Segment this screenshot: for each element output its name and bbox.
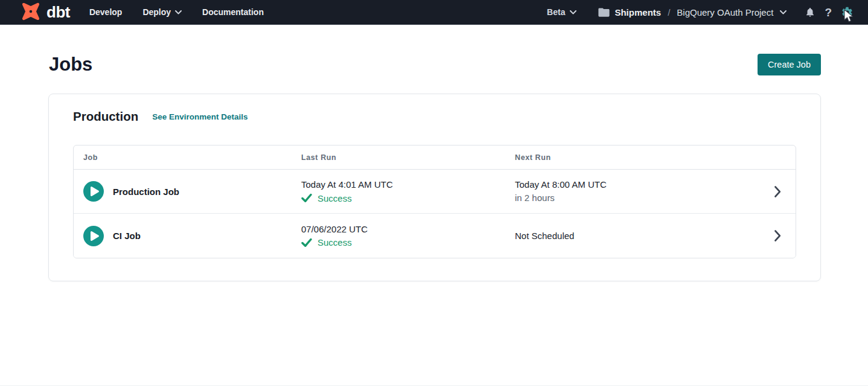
nav-icon-buttons: ?: [805, 6, 854, 19]
nav-links: Develop Deploy Documentation: [89, 7, 264, 17]
next-run-note: in 2 hours: [515, 192, 759, 204]
next-run-time: Today At 8:00 AM UTC: [515, 179, 759, 191]
bell-icon[interactable]: [805, 6, 815, 18]
nav-item-deploy[interactable]: Deploy: [142, 7, 182, 17]
environment-name: Production: [73, 109, 138, 124]
column-header-next-run: Next Run: [515, 153, 759, 162]
table-row[interactable]: Production Job Today At 4:01 AM UTC Succ…: [74, 170, 796, 214]
status-badge: Success: [318, 237, 352, 248]
jobs-table-header: Job Last Run Next Run: [74, 145, 796, 170]
dbt-logo[interactable]: dbt: [18, 0, 70, 25]
next-run-time: Not Scheduled: [515, 230, 759, 242]
nav-item-develop[interactable]: Develop: [89, 7, 122, 17]
job-name: Production Job: [113, 187, 179, 197]
project-breadcrumb[interactable]: Shipments / BigQuery OAuth Project: [598, 7, 787, 18]
beta-label: Beta: [547, 7, 565, 17]
job-cell: CI Job: [74, 226, 301, 246]
dbt-logo-icon: [18, 0, 43, 25]
status-line: Success: [301, 192, 515, 204]
nav-item-label: Documentation: [202, 7, 264, 17]
status-badge: Success: [318, 193, 352, 203]
chevron-right-icon[interactable]: [759, 186, 796, 197]
next-run-cell: Not Scheduled: [515, 230, 759, 242]
column-header-last-run: Last Run: [301, 153, 515, 162]
chevron-right-icon[interactable]: [759, 230, 796, 241]
folder-icon: [598, 7, 610, 18]
check-icon: [301, 238, 312, 248]
status-line: Success: [301, 237, 515, 249]
nav-item-label: Develop: [89, 7, 122, 17]
beta-dropdown[interactable]: Beta: [547, 7, 576, 17]
help-icon[interactable]: ?: [825, 7, 832, 18]
next-run-cell: Today At 8:00 AM UTC in 2 hours: [515, 179, 759, 204]
table-row[interactable]: CI Job 07/06/2022 UTC Success Not Schedu…: [74, 214, 796, 258]
column-header-job: Job: [74, 153, 301, 162]
account-name: Shipments: [614, 7, 661, 18]
page-title: Jobs: [49, 54, 92, 75]
chevron-down-icon: [175, 10, 182, 14]
breadcrumb-separator: /: [666, 7, 672, 18]
bottom-divider: [0, 385, 868, 386]
last-run-cell: 07/06/2022 UTC Success: [301, 223, 515, 249]
nav-item-documentation[interactable]: Documentation: [202, 7, 264, 17]
nav-item-label: Deploy: [142, 7, 171, 17]
play-icon[interactable]: [83, 226, 104, 246]
project-name: BigQuery OAuth Project: [677, 7, 773, 18]
play-icon[interactable]: [83, 181, 104, 202]
nav-right: Beta Shipments / BigQuery OAuth Project …: [547, 6, 854, 19]
job-cell: Production Job: [74, 181, 301, 202]
last-run-time: Today At 4:01 AM UTC: [301, 179, 515, 191]
brand-wordmark: dbt: [46, 4, 70, 20]
chevron-down-icon: [780, 10, 787, 14]
gear-icon[interactable]: [841, 6, 854, 19]
environment-card-header: Production See Environment Details: [73, 109, 796, 124]
last-run-time: 07/06/2022 UTC: [301, 223, 515, 235]
create-job-button[interactable]: Create Job: [758, 54, 821, 75]
top-nav: dbt Develop Deploy Documentation Beta Sh…: [0, 0, 868, 25]
see-environment-details-link[interactable]: See Environment Details: [152, 112, 247, 121]
chevron-down-icon: [570, 10, 576, 14]
environment-card: Production See Environment Details Job L…: [48, 94, 821, 281]
job-name: CI Job: [113, 231, 141, 241]
page-header: Jobs Create Job: [0, 25, 868, 75]
check-icon: [301, 193, 312, 203]
last-run-cell: Today At 4:01 AM UTC Success: [301, 179, 515, 204]
jobs-table: Job Last Run Next Run Production Job Tod…: [73, 145, 796, 258]
